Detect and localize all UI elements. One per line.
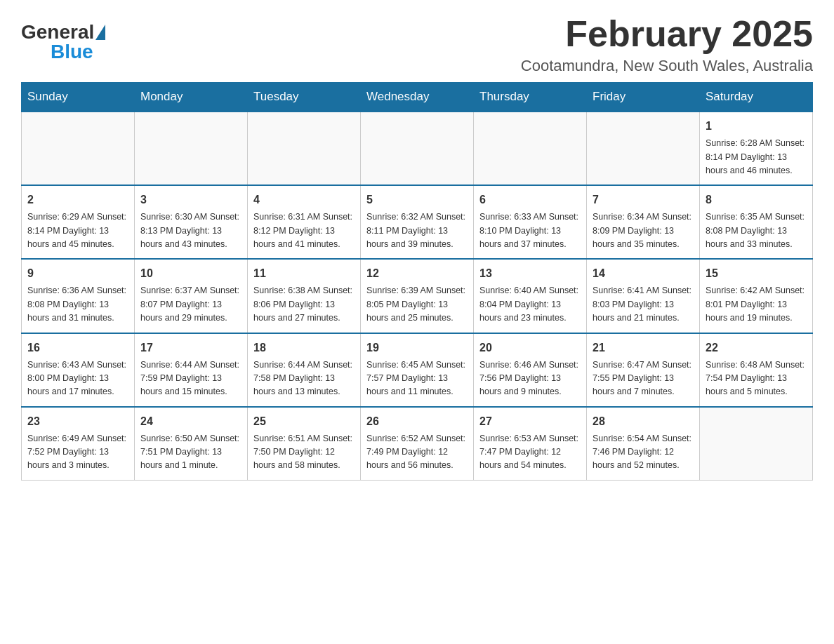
day-number: 16 — [27, 340, 128, 356]
calendar-header-saturday: Saturday — [700, 83, 813, 112]
calendar-cell: 22Sunrise: 6:48 AM Sunset: 7:54 PM Dayli… — [700, 333, 813, 407]
calendar-week-2: 2Sunrise: 6:29 AM Sunset: 8:14 PM Daylig… — [22, 185, 813, 259]
calendar-cell: 17Sunrise: 6:44 AM Sunset: 7:59 PM Dayli… — [135, 333, 248, 407]
calendar-cell: 21Sunrise: 6:47 AM Sunset: 7:55 PM Dayli… — [587, 333, 700, 407]
day-info: Sunrise: 6:52 AM Sunset: 7:49 PM Dayligh… — [366, 432, 468, 473]
calendar-cell: 10Sunrise: 6:37 AM Sunset: 8:07 PM Dayli… — [135, 259, 248, 333]
day-info: Sunrise: 6:51 AM Sunset: 7:50 PM Dayligh… — [253, 432, 355, 473]
day-number: 22 — [706, 340, 807, 356]
day-info: Sunrise: 6:28 AM Sunset: 8:14 PM Dayligh… — [706, 137, 807, 177]
calendar-cell: 8Sunrise: 6:35 AM Sunset: 8:08 PM Daylig… — [700, 185, 813, 259]
calendar-header-sunday: Sunday — [22, 83, 135, 112]
day-info: Sunrise: 6:44 AM Sunset: 7:59 PM Dayligh… — [140, 358, 241, 399]
day-info: Sunrise: 6:48 AM Sunset: 7:54 PM Dayligh… — [706, 358, 807, 399]
calendar-cell: 7Sunrise: 6:34 AM Sunset: 8:09 PM Daylig… — [587, 185, 700, 259]
day-info: Sunrise: 6:46 AM Sunset: 7:56 PM Dayligh… — [479, 358, 581, 399]
calendar-cell: 9Sunrise: 6:36 AM Sunset: 8:08 PM Daylig… — [22, 259, 135, 333]
day-info: Sunrise: 6:39 AM Sunset: 8:05 PM Dayligh… — [366, 284, 468, 325]
calendar-cell: 2Sunrise: 6:29 AM Sunset: 8:14 PM Daylig… — [22, 185, 135, 259]
day-number: 24 — [140, 413, 241, 430]
calendar-table: SundayMondayTuesdayWednesdayThursdayFrid… — [21, 82, 813, 481]
day-number: 6 — [479, 192, 581, 208]
day-info: Sunrise: 6:34 AM Sunset: 8:09 PM Dayligh… — [593, 210, 694, 251]
location-title: Cootamundra, New South Wales, Australia — [521, 57, 813, 75]
calendar-cell: 13Sunrise: 6:40 AM Sunset: 8:04 PM Dayli… — [474, 259, 587, 333]
day-number: 7 — [593, 192, 694, 208]
calendar-week-4: 16Sunrise: 6:43 AM Sunset: 8:00 PM Dayli… — [22, 333, 813, 407]
calendar-header-friday: Friday — [587, 83, 700, 112]
day-info: Sunrise: 6:44 AM Sunset: 7:58 PM Dayligh… — [253, 358, 355, 399]
day-info: Sunrise: 6:33 AM Sunset: 8:10 PM Dayligh… — [479, 210, 581, 251]
day-number: 9 — [27, 265, 128, 282]
day-info: Sunrise: 6:36 AM Sunset: 8:08 PM Dayligh… — [27, 284, 128, 325]
day-number: 2 — [27, 192, 128, 208]
calendar-cell: 3Sunrise: 6:30 AM Sunset: 8:13 PM Daylig… — [135, 185, 248, 259]
day-info: Sunrise: 6:37 AM Sunset: 8:07 PM Dayligh… — [140, 284, 241, 325]
day-info: Sunrise: 6:40 AM Sunset: 8:04 PM Dayligh… — [479, 284, 581, 325]
calendar-cell — [135, 112, 248, 185]
calendar-cell: 18Sunrise: 6:44 AM Sunset: 7:58 PM Dayli… — [248, 333, 361, 407]
day-number: 5 — [366, 192, 468, 208]
calendar-cell — [587, 112, 700, 185]
calendar-cell: 27Sunrise: 6:53 AM Sunset: 7:47 PM Dayli… — [474, 407, 587, 481]
day-info: Sunrise: 6:35 AM Sunset: 8:08 PM Dayligh… — [706, 210, 807, 251]
day-info: Sunrise: 6:53 AM Sunset: 7:47 PM Dayligh… — [479, 432, 581, 473]
day-number: 19 — [366, 340, 468, 356]
month-title: February 2025 — [521, 14, 813, 54]
calendar-cell: 11Sunrise: 6:38 AM Sunset: 8:06 PM Dayli… — [248, 259, 361, 333]
day-number: 23 — [27, 413, 128, 430]
day-number: 11 — [253, 265, 355, 282]
calendar-week-3: 9Sunrise: 6:36 AM Sunset: 8:08 PM Daylig… — [22, 259, 813, 333]
calendar-cell: 4Sunrise: 6:31 AM Sunset: 8:12 PM Daylig… — [248, 185, 361, 259]
day-number: 17 — [140, 340, 241, 356]
day-info: Sunrise: 6:49 AM Sunset: 7:52 PM Dayligh… — [27, 432, 128, 473]
logo: General Blue — [21, 21, 107, 63]
calendar-cell: 12Sunrise: 6:39 AM Sunset: 8:05 PM Dayli… — [361, 259, 474, 333]
day-info: Sunrise: 6:29 AM Sunset: 8:14 PM Dayligh… — [27, 210, 128, 251]
calendar-cell — [22, 112, 135, 185]
calendar-week-5: 23Sunrise: 6:49 AM Sunset: 7:52 PM Dayli… — [22, 407, 813, 481]
day-info: Sunrise: 6:45 AM Sunset: 7:57 PM Dayligh… — [366, 358, 468, 399]
title-section: February 2025 Cootamundra, New South Wal… — [521, 14, 813, 75]
day-info: Sunrise: 6:47 AM Sunset: 7:55 PM Dayligh… — [593, 358, 694, 399]
day-info: Sunrise: 6:32 AM Sunset: 8:11 PM Dayligh… — [366, 210, 468, 251]
calendar-cell: 16Sunrise: 6:43 AM Sunset: 8:00 PM Dayli… — [22, 333, 135, 407]
day-number: 15 — [706, 265, 807, 282]
day-number: 12 — [366, 265, 468, 282]
page-header: General Blue February 2025 Cootamundra, … — [21, 14, 813, 75]
day-number: 27 — [479, 413, 581, 430]
calendar-cell: 26Sunrise: 6:52 AM Sunset: 7:49 PM Dayli… — [361, 407, 474, 481]
calendar-cell: 14Sunrise: 6:41 AM Sunset: 8:03 PM Dayli… — [587, 259, 700, 333]
calendar-cell: 20Sunrise: 6:46 AM Sunset: 7:56 PM Dayli… — [474, 333, 587, 407]
day-info: Sunrise: 6:30 AM Sunset: 8:13 PM Dayligh… — [140, 210, 241, 251]
day-info: Sunrise: 6:43 AM Sunset: 8:00 PM Dayligh… — [27, 358, 128, 399]
day-info: Sunrise: 6:50 AM Sunset: 7:51 PM Dayligh… — [140, 432, 241, 473]
calendar-header-monday: Monday — [135, 83, 248, 112]
day-number: 26 — [366, 413, 468, 430]
day-number: 10 — [140, 265, 241, 282]
calendar-header-tuesday: Tuesday — [248, 83, 361, 112]
day-number: 1 — [706, 118, 807, 135]
calendar-cell — [474, 112, 587, 185]
day-number: 14 — [593, 265, 694, 282]
calendar-cell: 28Sunrise: 6:54 AM Sunset: 7:46 PM Dayli… — [587, 407, 700, 481]
day-number: 25 — [253, 413, 355, 430]
calendar-cell — [248, 112, 361, 185]
day-info: Sunrise: 6:54 AM Sunset: 7:46 PM Dayligh… — [593, 432, 694, 473]
day-info: Sunrise: 6:38 AM Sunset: 8:06 PM Dayligh… — [253, 284, 355, 325]
day-number: 21 — [593, 340, 694, 356]
calendar-cell: 23Sunrise: 6:49 AM Sunset: 7:52 PM Dayli… — [22, 407, 135, 481]
calendar-cell — [361, 112, 474, 185]
calendar-cell: 25Sunrise: 6:51 AM Sunset: 7:50 PM Dayli… — [248, 407, 361, 481]
day-number: 4 — [253, 192, 355, 208]
day-info: Sunrise: 6:31 AM Sunset: 8:12 PM Dayligh… — [253, 210, 355, 251]
calendar-week-1: 1Sunrise: 6:28 AM Sunset: 8:14 PM Daylig… — [22, 112, 813, 185]
calendar-header-wednesday: Wednesday — [361, 83, 474, 112]
day-number: 8 — [706, 192, 807, 208]
calendar-cell: 5Sunrise: 6:32 AM Sunset: 8:11 PM Daylig… — [361, 185, 474, 259]
calendar-header-thursday: Thursday — [474, 83, 587, 112]
day-info: Sunrise: 6:42 AM Sunset: 8:01 PM Dayligh… — [706, 284, 807, 325]
day-number: 13 — [479, 265, 581, 282]
day-number: 3 — [140, 192, 241, 208]
day-info: Sunrise: 6:41 AM Sunset: 8:03 PM Dayligh… — [593, 284, 694, 325]
